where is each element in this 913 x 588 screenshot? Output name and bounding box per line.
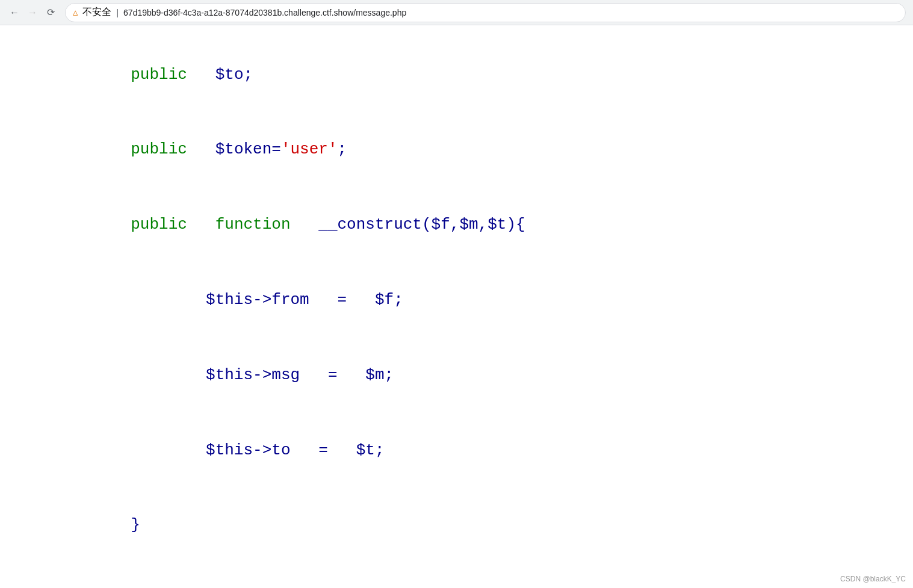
reload-button[interactable]: ⟳ [43,5,58,20]
code-line-7: } [18,488,895,563]
var-f1: $f [432,215,450,234]
back-button[interactable]: ← [7,5,22,20]
url-separator: | [116,8,119,17]
var-to: $to [215,66,244,84]
code-line-8: } [18,563,895,588]
var-this-to: $this [206,441,253,459]
code-line-5: $this->msg = $m; [18,338,895,413]
code-area: public $to; public $token='user'; public… [0,25,913,588]
var-t1: $t [487,215,506,234]
warning-text: 不安全 [82,6,111,19]
kw-public-3: public [55,215,187,234]
var-m2: $m [365,366,384,384]
fn-construct: __construct [318,215,422,234]
prop-from: from [271,291,309,309]
forward-button[interactable]: → [25,5,40,20]
code-line-4: $this->from = $f; [18,262,895,338]
warning-icon: △ [73,7,78,17]
var-f2: $f [375,291,394,309]
kw-public-2: public [55,140,187,158]
watermark: CSDN @blackK_YC [840,575,906,583]
nav-buttons: ← → ⟳ [7,5,58,20]
str-user: 'user' [281,140,338,158]
address-bar[interactable]: △ 不安全 | 67d19bb9-d36f-4c3a-a12a-87074d20… [65,3,906,22]
code-line-1: public $to; [18,37,895,113]
var-token: $token [215,140,272,158]
code-line-2: public $token='user'; [18,113,895,188]
var-m1: $m [459,215,478,234]
code-line-6: $this->to = $t; [18,413,895,488]
code-line-3: public function __construct($f,$m,$t){ [18,188,895,263]
prop-msg: msg [271,366,300,384]
browser-chrome: ← → ⟳ △ 不安全 | 67d19bb9-d36f-4c3a-a12a-87… [0,0,913,25]
kw-public-1: public [55,66,187,84]
prop-to: to [271,441,290,459]
url-text: 67d19bb9-d36f-4c3a-a12a-87074d20381b.cha… [123,8,406,17]
var-this-msg: $this [206,366,253,384]
var-t2: $t [356,441,375,459]
var-this-from: $this [206,291,253,309]
kw-function: function [215,215,291,234]
